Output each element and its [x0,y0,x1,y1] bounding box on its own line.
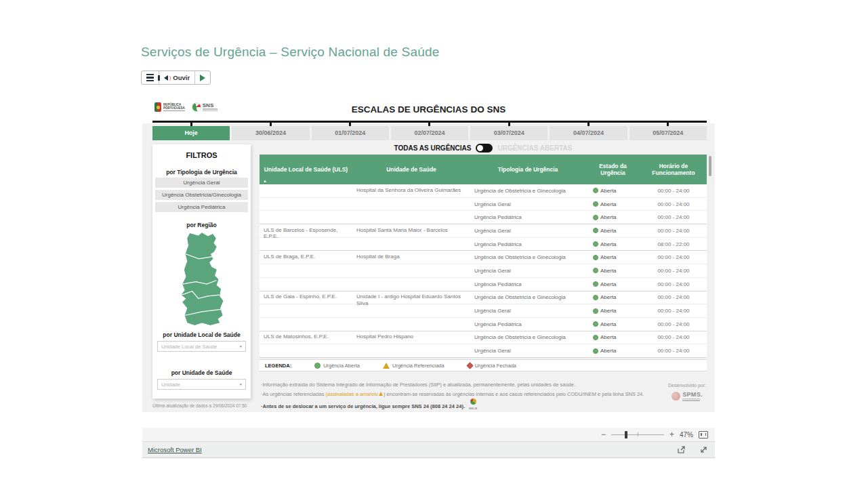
hamburger-icon [146,74,154,81]
cell-estado: Aberta [585,264,640,277]
cell-tipologia: Urgência de Obstetricia e Ginecologia [470,331,585,344]
cell-uls [260,318,352,331]
audio-player: ) Ouvir [141,70,211,85]
table-row[interactable]: ULS de Matosinhos, E.P.E. Hospital Pedro… [260,331,707,345]
column-header-estado[interactable]: Estado da Urgência [585,155,640,184]
urgency-toggle-switch[interactable] [476,144,493,152]
sns24-logo: SNS 24 [469,399,477,414]
table-row[interactable]: Hospital da Senhora da Oliveira Guimarãe… [260,184,707,198]
table-row[interactable]: Urgência Pediátrica Aberta 00:00 - 24:00 [260,211,707,224]
filters-panel: FILTROS por Tipologia de Urgência Urgênc… [152,144,251,399]
tab-date-1[interactable]: 30/06/2024 [232,126,309,140]
status-open-icon [593,268,598,273]
cell-unidade [352,211,470,224]
filter-urgencia-obstetricia[interactable]: Urgência Obstetricia/Ginecologia [155,190,248,200]
cell-horario: 00:00 - 24:00 [640,331,707,344]
fit-to-page-icon[interactable] [699,431,708,439]
play-button[interactable] [195,71,210,84]
cell-horario: 00:00 - 24:00 [640,251,707,264]
status-open-icon [593,335,598,340]
legend-item-closed: Urgência Fechada [468,363,516,369]
status-open-icon [593,188,598,193]
filter-urgencia-pediatrica[interactable]: Urgência Pediátrica [155,202,248,212]
page-title: Serviços de Urgência – Serviço Nacional … [141,45,440,60]
table-row[interactable]: Urgência Geral Aberta 00:00 - 24:00 [260,304,707,318]
scrollbar-thumb[interactable] [709,156,711,176]
tab-date-3[interactable]: 02/07/2024 [391,126,468,140]
play-icon [200,75,205,81]
unidade-filter-label: por Unidade de Saúde [152,369,251,376]
share-icon[interactable] [677,445,686,454]
table-row[interactable]: Urgência Pediátrica Aberta 00:00 - 24:00 [260,318,707,331]
zoom-percent: 47% [680,431,693,439]
cell-estado: Aberta [585,278,640,291]
cell-unidade: Unidade I - antigo Hospital Eduardo Sant… [352,291,470,304]
toggle-knob [477,145,483,151]
status-open-icon [593,228,598,233]
tab-date-4[interactable]: 03/07/2024 [470,126,547,140]
cell-estado: Aberta [585,304,640,317]
tab-date-2[interactable]: 01/07/2024 [312,126,389,140]
cell-unidade: Hospital de Braga [352,251,470,264]
cell-estado: Aberta [585,238,640,251]
zoom-out-button[interactable]: − [601,431,606,438]
speaker-icon [164,75,168,81]
cell-horario: 00:00 - 24:00 [640,211,707,224]
tab-hoje[interactable]: Hoje [152,126,230,140]
filters-title: FILTROS [152,151,251,159]
table-row[interactable]: Urgência Pediátrica Aberta 00:00 - 24:00 [260,278,707,291]
column-header-tipologia[interactable]: Tipologia de Urgência [470,155,585,184]
table-row[interactable]: Urgência Geral Aberta 00:00 - 24:00 [260,198,707,211]
table-row[interactable]: ULS de Barcelos - Esposende, E.P.E. Hosp… [260,224,707,238]
toggle-label-open: URGÊNCIAS ABERTAS [497,144,572,152]
tab-date-6[interactable]: 05/07/2024 [629,126,707,140]
cell-estado: Aberta [585,318,640,331]
footnote-3: ·Antes de se deslocar a um serviço de ur… [261,399,661,414]
cell-horario: 00:00 - 24:00 [640,344,707,357]
table-row[interactable]: Urgência Geral Aberta 00:00 - 24:00 [260,264,707,278]
footnotes: ·Informação extraída do Sistema Integrad… [261,380,661,414]
status-open-icon [593,295,598,300]
urgency-table: Unidade Local de Saúde (ULS)▲ Unidade de… [260,155,707,358]
unidade-dropdown[interactable]: Unidade ▾ [157,379,246,390]
zoom-in-button[interactable]: + [669,431,674,438]
cell-unidade [352,198,470,211]
powerbi-brand-link[interactable]: Microsoft Power BI [148,446,202,453]
portugal-map[interactable] [168,231,236,327]
powerbi-footer-bar: Microsoft Power BI [142,441,715,458]
cell-uls: ULS de Braga, E.P.E. [260,251,352,264]
cell-tipologia: Urgência Pediátrica [470,238,585,251]
zoom-slider[interactable] [611,434,664,435]
footnote-2: ·As urgências referenciadas (assinaladas… [261,390,661,399]
status-open-icon [593,308,598,314]
cell-horario: 00:00 - 24:00 [640,278,707,291]
table-row[interactable]: ULS de Braga, E.P.E. Hospital de Braga U… [260,251,707,264]
fullscreen-icon[interactable] [699,445,708,454]
column-header-unidade[interactable]: Unidade de Saúde [352,155,470,184]
cell-tipologia: Urgência Pediátrica [470,278,585,291]
cell-uls: ULS de Matosinhos, E.P.E. [260,331,352,344]
zoom-slider-thumb[interactable] [625,431,627,439]
tab-date-5[interactable]: 04/07/2024 [550,126,627,140]
cell-uls [260,211,352,224]
chevron-down-icon: ▾ [239,344,242,348]
table-row[interactable]: Urgência Geral Aberta 00:00 - 24:00 [260,344,707,358]
filter-urgencia-geral[interactable]: Urgência Geral [155,178,248,188]
column-header-uls[interactable]: Unidade Local de Saúde (ULS)▲ [260,155,352,184]
player-menu-button[interactable] [142,71,159,84]
listen-button[interactable]: ) Ouvir [159,71,195,84]
legend-title: LEGENDA: [265,363,291,369]
report-title: ESCALAS DE URGÊNCIAS DO SNS [142,104,715,115]
cell-horario: 00:00 - 24:00 [640,184,707,197]
cell-horario: 08:00 - 22:00 [640,238,707,251]
table-scrollbar[interactable] [709,156,711,358]
cell-unidade [352,238,470,251]
column-header-horario[interactable]: Horário de Funcionamento [640,155,707,184]
cell-horario: 00:00 - 24:00 [640,291,707,304]
uls-dropdown[interactable]: Unidade Local de Saúde ▾ [157,341,246,352]
table-row[interactable]: ULS de Gaia - Espinho, E.P.E. Unidade I … [260,291,707,305]
last-update-text: Última atualização de dados a 29/06/2024… [152,403,247,408]
table-row[interactable]: Urgência Pediátrica Aberta 08:00 - 22:00 [260,238,707,251]
cell-tipologia: Urgência de Obstetricia e Ginecologia [470,184,585,197]
cell-uls: ULS de Gaia - Espinho, E.P.E. [260,291,352,304]
